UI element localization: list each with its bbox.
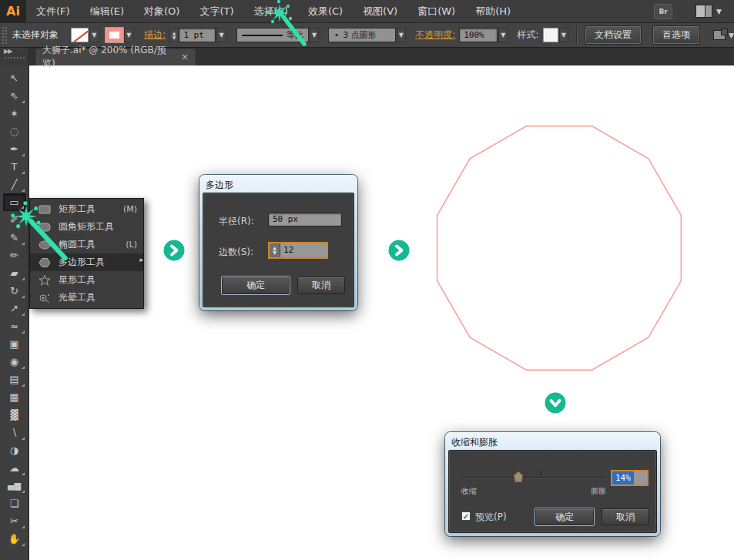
- scale-tool[interactable]: ↗: [3, 300, 26, 317]
- hand-tool[interactable]: ✋: [3, 530, 26, 548]
- chevron-down-icon[interactable]: ▼: [89, 28, 99, 42]
- document-tab-title: 大狮子.ai* @ 200% (RGB/预览): [42, 44, 173, 70]
- panel-grip[interactable]: [2, 27, 7, 44]
- document-tab[interactable]: 大狮子.ai* @ 200% (RGB/预览) ×: [35, 48, 196, 65]
- flyout-item-多边形工具[interactable]: 多边形工具: [30, 253, 143, 271]
- cancel-button[interactable]: 取消: [602, 508, 649, 525]
- free-transform-tool[interactable]: ▣: [3, 335, 26, 353]
- width-tool[interactable]: ≈: [3, 317, 26, 335]
- preferences-button[interactable]: 首选项: [653, 26, 699, 44]
- stroke-profile-value: 等比: [287, 29, 303, 41]
- menu-7[interactable]: 视图(V): [353, 0, 407, 23]
- type-tool-icon: T: [12, 161, 18, 173]
- ok-button[interactable]: 确定: [222, 277, 290, 294]
- slider-track[interactable]: [461, 477, 605, 478]
- eyedropper-tool[interactable]: ∖: [3, 424, 26, 441]
- chevron-down-icon[interactable]: ▼: [310, 28, 319, 42]
- blob-brush-tool[interactable]: ✏: [3, 246, 26, 264]
- scale-tool-icon: ↗: [10, 303, 18, 314]
- pen-tool[interactable]: ✒: [3, 140, 26, 158]
- chevron-down-icon[interactable]: ▼: [124, 28, 134, 42]
- flyout-item-label: 多边形工具: [59, 256, 130, 269]
- column-graph-tool[interactable]: ▄▆: [3, 477, 26, 495]
- brush-select[interactable]: • 3 点圆形: [328, 28, 396, 42]
- rectangle-tool[interactable]: ▭: [3, 193, 26, 211]
- artboard-tool[interactable]: ❏: [3, 495, 26, 512]
- stroke-weight-stepper[interactable]: ▲▼: [169, 28, 179, 42]
- sides-input-group[interactable]: ▲▼ 12: [268, 242, 328, 259]
- menu-1[interactable]: 文件(F): [26, 0, 80, 23]
- stroke-color-swatch[interactable]: [106, 28, 123, 42]
- magic-wand-tool[interactable]: ✶: [3, 105, 26, 122]
- close-icon[interactable]: ×: [181, 52, 189, 62]
- menu-5[interactable]: 选择(S): [243, 0, 297, 23]
- ok-button[interactable]: 确定: [535, 508, 594, 525]
- flyout-item-label: 矩形工具: [59, 203, 116, 216]
- flyout-item-星形工具[interactable]: 星形工具: [30, 271, 143, 289]
- tools-panel-header[interactable]: ▶▶: [0, 48, 29, 65]
- bridge-button[interactable]: Br: [654, 4, 672, 19]
- flyout-item-圆角矩形工具[interactable]: 圆角矩形工具: [30, 218, 143, 236]
- stroke-profile-preview: [242, 35, 283, 36]
- menu-2[interactable]: 编辑(E): [80, 0, 134, 23]
- eraser-tool[interactable]: ▰: [3, 264, 26, 282]
- opacity-field[interactable]: 100%: [459, 28, 498, 42]
- sides-stepper[interactable]: ▲▼: [270, 243, 280, 257]
- menu-3[interactable]: 对象(O): [134, 0, 189, 23]
- style-label: 样式:: [518, 29, 539, 42]
- shape-builder-tool-icon: ◉: [10, 356, 18, 367]
- preview-checkbox[interactable]: ✓: [461, 511, 471, 521]
- tools-panel: ↖⇖✶◌✒T╱▭✐✎✏▰↻↗≈▣◉▤▦▓∖◑☁▄▆❏✂✋: [0, 65, 29, 560]
- menu-6[interactable]: 效果(C): [298, 0, 353, 23]
- gradient-tool[interactable]: ▓: [3, 406, 26, 424]
- perspective-grid-tool[interactable]: ▤: [3, 371, 26, 388]
- chevron-down-icon[interactable]: ▼: [498, 28, 508, 42]
- direct-selection-tool[interactable]: ⇖: [3, 87, 26, 105]
- stroke-weight-field[interactable]: 1 pt: [179, 28, 216, 42]
- pucker-value-group[interactable]: 14%: [611, 470, 649, 486]
- panel-grip-dots[interactable]: [5, 57, 25, 59]
- radius-field[interactable]: 50 px: [268, 213, 342, 226]
- polygon-icon: [38, 257, 52, 268]
- line-segment-tool[interactable]: ╱: [3, 176, 26, 193]
- menu-9[interactable]: 帮助(H): [465, 0, 521, 23]
- shape-builder-tool[interactable]: ◉: [3, 353, 26, 371]
- slider-handle[interactable]: [513, 471, 524, 485]
- menu-4[interactable]: 文字(T): [189, 0, 243, 23]
- lasso-tool[interactable]: ◌: [3, 122, 26, 140]
- expand-panel-icon[interactable]: ▶▶: [4, 48, 12, 55]
- selection-tool[interactable]: ↖: [3, 69, 26, 87]
- style-swatch[interactable]: [543, 28, 558, 42]
- menu-8[interactable]: 窗口(W): [407, 0, 465, 23]
- chevron-down-icon[interactable]: ▼: [559, 28, 568, 42]
- bar-panel-menu[interactable]: ▼: [713, 30, 734, 40]
- symbol-sprayer-tool[interactable]: ☁: [3, 459, 26, 477]
- flyout-item-矩形工具[interactable]: 矩形工具(M): [30, 200, 143, 218]
- tab-bar: ▶▶ 大狮子.ai* @ 200% (RGB/预览) ×: [0, 48, 734, 65]
- blend-tool[interactable]: ◑: [3, 441, 26, 459]
- fill-color-control[interactable]: ▼: [71, 28, 99, 42]
- paintbrush-tool[interactable]: ✐: [3, 211, 26, 229]
- cancel-button[interactable]: 取消: [297, 277, 345, 294]
- rotate-tool[interactable]: ↻: [3, 282, 26, 300]
- mesh-tool[interactable]: ▦: [3, 388, 26, 406]
- workspace-switcher[interactable]: ▼: [695, 5, 722, 18]
- workspace-icon: [695, 5, 712, 18]
- chevron-down-icon[interactable]: ▼: [216, 28, 226, 42]
- stroke-panel-link[interactable]: 描边:: [144, 29, 166, 42]
- stroke-profile-select[interactable]: 等比: [236, 28, 309, 42]
- flyout-item-椭圆工具[interactable]: 椭圆工具(L): [30, 236, 143, 253]
- fill-none-swatch[interactable]: [71, 28, 89, 42]
- chevron-down-icon[interactable]: ▼: [397, 28, 406, 42]
- type-tool[interactable]: T: [3, 158, 26, 176]
- pencil-tool[interactable]: ✎: [3, 229, 26, 246]
- slice-tool[interactable]: ✂: [3, 512, 26, 530]
- eraser-tool-icon: ▰: [11, 267, 18, 279]
- flyout-item-光晕工具[interactable]: 光晕工具: [30, 289, 143, 307]
- pucker-value-field[interactable]: 14%: [612, 471, 634, 485]
- panel-icon: [713, 30, 726, 40]
- sides-field[interactable]: 12: [280, 243, 297, 257]
- opacity-panel-link[interactable]: 不透明度:: [415, 29, 455, 42]
- document-setup-button[interactable]: 文档设置: [585, 26, 641, 44]
- stroke-color-control[interactable]: ▼: [106, 28, 134, 42]
